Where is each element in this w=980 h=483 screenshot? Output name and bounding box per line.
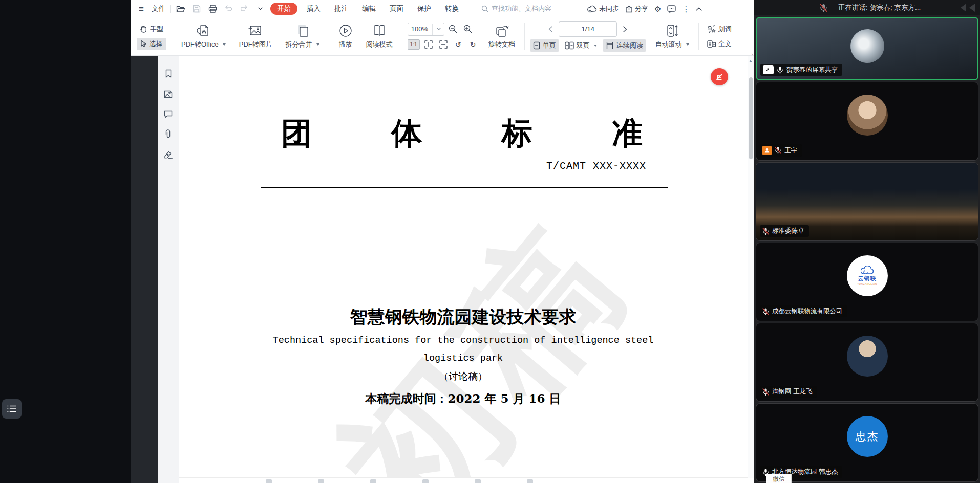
panel-nav-arrows[interactable]	[961, 4, 975, 12]
standard-number: T/CAMT XXX-XXXX	[546, 160, 646, 172]
word-translate-button[interactable]: 划词	[704, 23, 735, 35]
ribbon-separator	[172, 23, 172, 50]
participant-tile[interactable]: 标准委陈卓	[756, 162, 978, 241]
previous-page-button[interactable]	[545, 23, 556, 36]
participant-tile[interactable]: 云钢联 YUNGANGLIAN 成都云钢联物流有限公司	[756, 243, 978, 321]
search-box[interactable]: 查找功能、文档内容	[481, 4, 579, 13]
arrow-left-icon	[961, 4, 966, 12]
participant-tile[interactable]: 忠杰 北方恒达物流园 韩忠杰	[756, 403, 978, 482]
tab-protect[interactable]: 保护	[413, 3, 436, 15]
print-icon[interactable]	[207, 3, 218, 14]
double-page-button[interactable]: 双页	[562, 39, 600, 52]
zoom-out-button[interactable]	[447, 23, 459, 35]
rotate-right-button[interactable]: ↻	[467, 38, 479, 51]
participant-label: 王宇	[760, 144, 802, 157]
hand-tool-button[interactable]: 手型	[137, 23, 166, 35]
zoom-in-button[interactable]	[462, 23, 474, 35]
divider	[833, 4, 833, 12]
ribbon-expander-chevron[interactable]: ›	[751, 51, 753, 56]
actual-size-label: 1:1	[410, 41, 417, 47]
single-page-label: 单页	[543, 41, 556, 50]
document-type-heading: 团 体 标 准	[281, 113, 643, 155]
tab-convert[interactable]: 转换	[440, 3, 463, 15]
host-badge-icon	[762, 146, 772, 155]
rotate-left-button[interactable]: ↺	[452, 38, 464, 51]
signature-pen-icon[interactable]	[164, 150, 173, 159]
collapse-ribbon-icon[interactable]	[696, 7, 702, 11]
auto-scroll-icon	[666, 24, 679, 38]
hamburger-menu-icon[interactable]: ≡	[136, 3, 147, 14]
undo-icon[interactable]	[223, 3, 234, 14]
tab-comment[interactable]: 批注	[330, 3, 353, 15]
completion-date: 本稿完成时间：2022 年 5 月 16 日	[179, 391, 748, 407]
status-bar	[179, 477, 748, 483]
dropdown-caret-icon	[316, 43, 319, 46]
pdf-to-image-button[interactable]: PDF转图片	[235, 23, 276, 50]
word-translate-icon	[707, 25, 716, 33]
document-subtitle-en-line1: Technical specifications for the constru…	[179, 335, 748, 346]
pdf-to-office-icon	[196, 24, 211, 38]
scrollbar-thumb[interactable]	[749, 77, 753, 159]
tab-home[interactable]: 开始	[270, 3, 297, 15]
muted-mic-icon[interactable]	[820, 4, 827, 12]
fit-page-button[interactable]	[422, 38, 435, 51]
tab-edit[interactable]: 编辑	[357, 3, 380, 15]
tab-insert[interactable]: 插入	[302, 3, 325, 15]
save-icon[interactable]	[191, 3, 202, 14]
share-button[interactable]: 分享	[625, 4, 648, 13]
image-icon[interactable]	[164, 90, 173, 98]
redo-icon[interactable]	[239, 3, 250, 14]
open-folder-icon[interactable]	[175, 3, 186, 14]
page-indicator-input[interactable]	[559, 21, 617, 37]
sync-status-button[interactable]: 未同步	[587, 4, 619, 13]
participant-tile-screen-share[interactable]: 贺宗春的屏幕共享	[756, 17, 978, 80]
split-merge-button[interactable]: 拆分合并	[282, 23, 324, 50]
scroll-up-arrow[interactable]	[749, 60, 752, 62]
actual-size-button[interactable]: 1:1	[408, 39, 420, 50]
next-page-button[interactable]	[620, 23, 631, 36]
play-label: 播放	[339, 40, 352, 49]
comment-icon[interactable]	[164, 110, 173, 118]
participant-name: 贺宗春的屏幕共享	[786, 65, 838, 74]
read-mode-label: 阅读模式	[366, 40, 393, 49]
muted-mic-icon	[762, 388, 769, 396]
attachment-icon[interactable]	[164, 129, 172, 139]
wechat-taskbar-peek[interactable]: 微信	[766, 474, 792, 483]
collapsed-panel-gutter	[131, 56, 158, 483]
chat-bubble-icon[interactable]	[667, 5, 676, 13]
vertical-scrollbar[interactable]	[748, 56, 754, 478]
tab-page[interactable]: 页面	[385, 3, 408, 15]
full-translate-button[interactable]: 全文	[704, 38, 735, 50]
doc-type-char: 体	[391, 113, 422, 155]
file-menu[interactable]: 文件	[152, 4, 165, 13]
play-button[interactable]: 播放	[334, 23, 357, 50]
continuous-reading-button[interactable]: 连续阅读	[603, 39, 646, 52]
document-page[interactable]: 初稿 团 体 标 准 T/CAMT XXX-XXXX 智慧钢铁物流园建设技术要求…	[179, 56, 748, 478]
company-logo-avatar: 云钢联 YUNGANGLIAN	[847, 255, 888, 296]
book-icon	[372, 24, 387, 38]
zoom-level-combobox[interactable]: 100%	[408, 23, 444, 36]
fit-width-button[interactable]	[437, 38, 450, 51]
meeting-top-bar: 正在讲话: 贺宗春; 京东方...	[754, 0, 980, 15]
select-tool-button[interactable]: 选择	[137, 38, 166, 50]
more-options-icon[interactable]: ⋮	[682, 5, 690, 13]
auto-scroll-button[interactable]: 自动滚动	[651, 23, 693, 50]
toolbar-options-chevron-icon[interactable]	[254, 3, 266, 14]
single-page-button[interactable]: 单页	[530, 39, 559, 52]
doc-type-char: 团	[281, 113, 312, 155]
edit-floating-button[interactable]: E	[711, 68, 728, 85]
share-icon	[625, 5, 633, 13]
status-bar-icon	[475, 479, 481, 483]
participant-tile[interactable]: 淘钢网 王龙飞	[756, 323, 978, 402]
participant-tile[interactable]: 王宇	[756, 82, 978, 161]
dropdown-caret-icon	[223, 43, 226, 46]
settings-gear-icon[interactable]: ⚙	[654, 5, 661, 13]
left-tool-sidebar	[158, 56, 179, 483]
contents-list-button[interactable]	[2, 399, 22, 419]
ribbon-separator	[402, 23, 402, 50]
read-mode-button[interactable]: 阅读模式	[362, 23, 397, 50]
draft-status-label: （讨论稿）	[179, 370, 748, 383]
rotate-document-button[interactable]: 旋转文档	[484, 23, 519, 50]
bookmark-icon[interactable]	[164, 69, 173, 78]
pdf-to-office-button[interactable]: PDF转Office	[177, 23, 230, 50]
